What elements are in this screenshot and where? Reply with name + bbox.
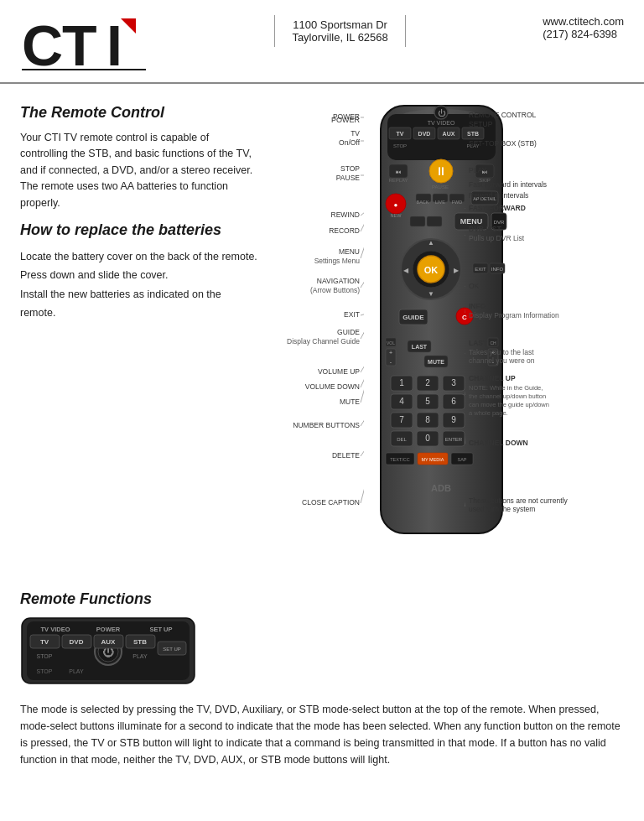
logo-area: C T I [20, 15, 154, 74]
svg-text:●: ● [394, 201, 398, 209]
svg-text:On/Off: On/Off [339, 138, 361, 147]
svg-text:INFO: INFO [491, 267, 504, 272]
header-contact-block: www.ctitech.com (217) 824-6398 [526, 15, 624, 40]
svg-text:STOP: STOP [37, 668, 53, 674]
svg-text:FWD: FWD [452, 200, 463, 205]
svg-text:C: C [462, 314, 467, 321]
svg-text:GUIDE: GUIDE [337, 328, 360, 336]
svg-text:PLAY: PLAY [467, 143, 480, 148]
left-annotations: POWER TV On/Off STOP PAUSE REWIND RECORD [272, 97, 364, 567]
svg-text:STOP: STOP [37, 653, 53, 659]
svg-text:AUX: AUX [101, 638, 117, 646]
svg-text:STB: STB [467, 131, 479, 137]
svg-text:OK: OK [424, 265, 439, 275]
remote-diagram-area: TV VIDEO TV DVD AUX STB ⏻ [272, 97, 624, 584]
svg-text:ADB: ADB [431, 483, 451, 493]
svg-text:⏮: ⏮ [396, 169, 401, 174]
svg-text:TV: TV [351, 129, 360, 138]
svg-text:SET UP: SET UP [149, 626, 172, 633]
svg-text:DVR: DVR [494, 220, 505, 225]
svg-text:BACK: BACK [417, 200, 429, 205]
page-header: C T I 1100 Sportsman Dr Taylorville, IL … [0, 0, 644, 84]
svg-text:TEXT/CC: TEXT/CC [390, 457, 410, 462]
svg-text:PLAY: PLAY [69, 668, 84, 674]
svg-marker-3 [121, 18, 136, 34]
svg-text:RECORD: RECORD [329, 226, 360, 235]
svg-text:+: + [491, 350, 495, 356]
main-content: The Remote Control Your CTI TV remote co… [0, 84, 644, 788]
svg-text:TV: TV [397, 131, 404, 137]
svg-text:CH: CH [490, 340, 496, 346]
svg-text:POWER: POWER [96, 626, 121, 633]
svg-text:◀: ◀ [403, 267, 409, 274]
svg-text:MUTE: MUTE [428, 359, 444, 365]
svg-text:Settings Menu: Settings Menu [314, 257, 361, 265]
svg-text:PAUSE: PAUSE [432, 184, 449, 190]
svg-text:MENU: MENU [339, 247, 360, 256]
website: www.ctitech.com [543, 15, 624, 28]
step3: Install the new batteries as indicated o… [20, 285, 258, 323]
top-section: The Remote Control Your CTI TV remote co… [20, 97, 624, 584]
svg-text:VOLUME DOWN: VOLUME DOWN [305, 382, 360, 391]
svg-text:SKIP: SKIP [479, 178, 491, 183]
svg-text:+: + [389, 350, 392, 356]
svg-text:C: C [22, 15, 63, 74]
svg-text:ENTER: ENTER [445, 437, 463, 442]
svg-rect-42 [427, 216, 442, 226]
svg-text:DEL: DEL [397, 437, 407, 442]
header-address-block: 1100 Sportsman Dr Taylorville, IL 62568 [274, 15, 405, 47]
svg-text:TV: TV [40, 638, 49, 646]
svg-text:3: 3 [451, 378, 456, 387]
svg-text:REPLAY: REPLAY [388, 178, 408, 183]
label-power: POWER [272, 116, 360, 126]
svg-text:EXIT: EXIT [344, 310, 360, 319]
remote-svg: TV VIDEO TV DVD AUX STB ⏻ [364, 97, 519, 550]
svg-text:DELETE: DELETE [332, 451, 360, 460]
section2-title: How to replace the batteries [20, 221, 258, 239]
svg-text:8: 8 [425, 415, 430, 424]
svg-text:GUIDE: GUIDE [402, 314, 424, 321]
svg-rect-41 [410, 216, 425, 226]
svg-text:STB: STB [133, 638, 147, 646]
svg-text:5: 5 [425, 397, 430, 406]
svg-text:TV VIDEO: TV VIDEO [428, 120, 455, 126]
svg-text:▶: ▶ [454, 267, 460, 274]
svg-text:⏸: ⏸ [435, 164, 447, 178]
svg-text:I: I [106, 15, 122, 74]
svg-text:MUTE: MUTE [340, 398, 360, 406]
svg-text:LIVE: LIVE [435, 200, 445, 205]
step2: Press down and slide the cover. [20, 266, 258, 285]
svg-text:MY MEDIA: MY MEDIA [421, 457, 444, 462]
cti-logo: C T I [20, 15, 154, 74]
top-remote-image: TV VIDEO POWER SET UP TV DVD ⏻ AUX STB S [20, 616, 624, 688]
svg-text:▲: ▲ [428, 239, 434, 247]
svg-text:DVD: DVD [418, 131, 431, 137]
svg-text:Display Channel Guide: Display Channel Guide [287, 337, 360, 346]
svg-text:6: 6 [451, 397, 456, 406]
svg-text:(Arrow Buttons): (Arrow Buttons) [310, 286, 360, 294]
svg-text:MENU: MENU [460, 217, 483, 226]
section1-body: Your CTI TV remote control is capable of… [20, 130, 258, 211]
address-line2: Taylorville, IL 62568 [292, 31, 387, 44]
top-remote-detail-svg: TV VIDEO POWER SET UP TV DVD ⏻ AUX STB S [20, 616, 196, 685]
svg-text:SET UP: SET UP [163, 647, 181, 652]
svg-text:9: 9 [451, 415, 456, 424]
svg-text:VOL: VOL [387, 340, 395, 346]
step1: Locate the battery cover on the back of … [20, 247, 258, 267]
batteries-section: How to replace the batteries Locate the … [20, 221, 258, 323]
svg-text:4: 4 [399, 397, 404, 406]
svg-text:0: 0 [425, 434, 430, 443]
svg-text:PLAY: PLAY [132, 653, 148, 659]
svg-text:2: 2 [425, 378, 430, 387]
section3-title: Remote Functions [20, 590, 624, 608]
svg-text:AUX: AUX [443, 131, 455, 137]
svg-text:NUMBER BUTTONS: NUMBER BUTTONS [293, 421, 360, 429]
bottom-description: The mode is selected by pressing the TV,… [20, 701, 624, 768]
svg-text:AP DETAIL: AP DETAIL [473, 196, 496, 201]
svg-text:VOLUME UP: VOLUME UP [318, 367, 360, 376]
svg-text:1: 1 [399, 378, 404, 387]
svg-text:LAST: LAST [412, 344, 428, 350]
address-line1: 1100 Sportsman Dr [293, 18, 387, 31]
section1-title: The Remote Control [20, 104, 258, 122]
svg-text:⏭: ⏭ [482, 169, 487, 174]
